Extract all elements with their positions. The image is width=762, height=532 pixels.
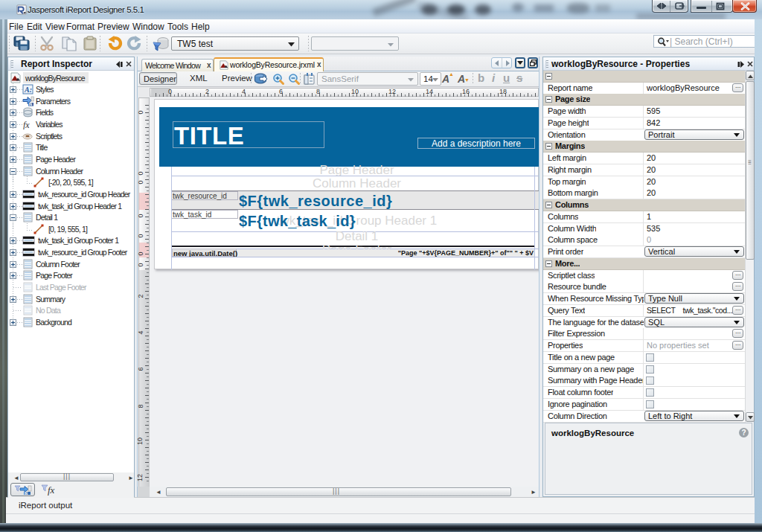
svg-text:IN: IN xyxy=(25,492,28,495)
svg-text:fx: fx xyxy=(23,120,30,130)
svg-text:fx: fx xyxy=(48,484,55,496)
svg-text:A:: A: xyxy=(24,86,32,94)
